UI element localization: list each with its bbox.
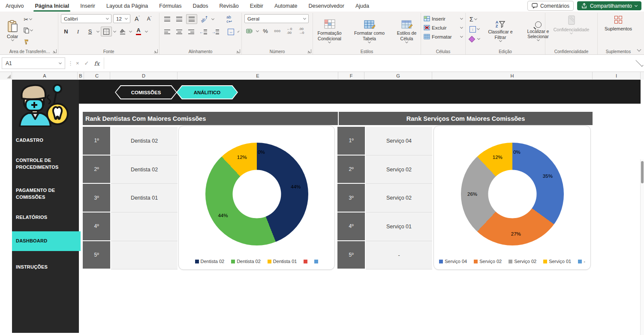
- menu-tab-ajuda[interactable]: Ajuda: [350, 0, 375, 12]
- column-header-e[interactable]: E: [178, 72, 338, 79]
- orientation-button[interactable]: ab↗: [199, 15, 210, 24]
- menu-tab-arquivo[interactable]: Arquivo: [0, 0, 29, 12]
- service-name-cell-5[interactable]: -: [366, 241, 432, 270]
- service-rank-cell-2[interactable]: 2º: [337, 156, 365, 183]
- font-color-chevron-icon[interactable]: [145, 29, 148, 32]
- increase-indent-button[interactable]: →: [210, 27, 220, 36]
- service-name-cell-1[interactable]: Serviço 04: [366, 127, 432, 156]
- dentist-name-cell-2[interactable]: Dentista 02: [111, 156, 178, 184]
- service-rank-cell-5[interactable]: 5º: [337, 241, 365, 269]
- menu-tab-layout-da-pagina[interactable]: Layout da Página: [101, 0, 153, 12]
- font-size-select[interactable]: 12: [113, 14, 130, 23]
- align-right-button[interactable]: [186, 27, 196, 36]
- dentist-rank-cell-3[interactable]: 3º: [83, 184, 110, 212]
- dentist-name-cell-4[interactable]: [111, 212, 178, 241]
- cancel-entry-icon[interactable]: ×: [76, 60, 79, 66]
- vertical-scrollbar-thumb[interactable]: [641, 161, 644, 183]
- menu-tab-desenvolvedor[interactable]: Desenvolvedor: [303, 0, 350, 12]
- decrease-indent-button[interactable]: ←: [198, 27, 208, 36]
- service-chart-card[interactable]: 35%27%26%12%0%Serviço 04Serviço 02Serviç…: [433, 126, 591, 270]
- nav-tab-analitico[interactable]: ANÁLITICO: [176, 85, 238, 99]
- dentist-rank-cell-5[interactable]: 5º: [83, 241, 110, 269]
- service-name-cell-2[interactable]: Serviço 02: [366, 156, 432, 184]
- column-header-c[interactable]: C: [84, 72, 110, 79]
- share-button[interactable]: Compartilhamento: [577, 1, 641, 10]
- insert-cells-button[interactable]: Inserir: [424, 14, 463, 23]
- merge-center-button[interactable]: ⇔: [226, 27, 236, 36]
- copy-button[interactable]: [22, 26, 34, 35]
- formula-input[interactable]: [104, 57, 635, 69]
- dentist-name-cell-5[interactable]: [111, 241, 178, 270]
- addins-button[interactable]: Suplementos: [600, 15, 636, 32]
- dentist-name-cell-1[interactable]: Dentista 02: [111, 127, 178, 156]
- align-center-button[interactable]: [174, 27, 184, 36]
- menu-tab-automate[interactable]: Automate: [269, 0, 303, 12]
- service-rank-cell-4[interactable]: 4º: [337, 212, 365, 240]
- italic-button[interactable]: I: [73, 27, 83, 36]
- sidebar-item-instrucoes[interactable]: INSTRUÇÕES: [12, 263, 79, 272]
- align-bottom-button[interactable]: [186, 14, 197, 24]
- comments-button[interactable]: Comentários: [527, 1, 574, 11]
- fill-color-chevron-icon[interactable]: [129, 29, 132, 32]
- sidebar-item-pagamento-de-comissoes[interactable]: PAGAMENTO DE COMISSÕES: [12, 187, 79, 201]
- underline-chevron-icon[interactable]: [96, 29, 99, 32]
- service-rank-cell-3[interactable]: 3º: [337, 184, 365, 212]
- borders-chevron-icon[interactable]: [113, 29, 116, 32]
- menu-tab-inserir[interactable]: Inserir: [75, 0, 101, 12]
- currency-button[interactable]: [244, 27, 255, 36]
- align-middle-button[interactable]: [174, 15, 184, 24]
- dentist-name-cell-3[interactable]: Dentista 01: [111, 184, 178, 212]
- merge-chevron-icon[interactable]: [237, 30, 239, 32]
- insert-function-button[interactable]: fx: [94, 60, 100, 67]
- menu-tab-dados[interactable]: Dados: [187, 0, 214, 12]
- sidebar-item-controle-de-procedimentos[interactable]: CONTROLE DE PROCEDIMENTOS: [12, 157, 79, 171]
- borders-button[interactable]: [101, 27, 112, 36]
- align-top-button[interactable]: [162, 15, 172, 24]
- number-dialog-launcher[interactable]: [307, 49, 311, 53]
- wrap-text-button[interactable]: abc↩: [224, 15, 235, 24]
- select-all-corner[interactable]: [0, 72, 12, 79]
- underline-button[interactable]: S: [85, 27, 95, 36]
- decrease-decimal-button[interactable]: .00→0: [296, 27, 307, 36]
- fill-button[interactable]: ↓: [468, 25, 481, 33]
- confirm-entry-icon[interactable]: ✓: [84, 60, 89, 66]
- percent-button[interactable]: %: [260, 27, 271, 36]
- format-as-table-button[interactable]: Formatar como Tabela: [350, 14, 389, 48]
- paste-button[interactable]: Colar: [4, 19, 21, 42]
- orientation-chevron-icon[interactable]: [211, 17, 214, 20]
- sidebar-item-dashboard[interactable]: DASHBOARD: [12, 231, 81, 251]
- autosum-button[interactable]: Σ: [468, 15, 481, 24]
- align-left-button[interactable]: [162, 27, 172, 36]
- menu-tab-formulas[interactable]: Fórmulas: [153, 0, 187, 12]
- clear-button[interactable]: [468, 35, 481, 43]
- dentist-rank-cell-2[interactable]: 2º: [83, 156, 110, 183]
- sidebar-item-cadastro[interactable]: CADASTRO: [12, 136, 79, 145]
- dentist-rank-cell-4[interactable]: 4º: [83, 212, 110, 240]
- cell-styles-button[interactable]: Estilos de Célula: [391, 14, 422, 48]
- format-painter-button[interactable]: [22, 37, 34, 46]
- dentist-rank-cell-1[interactable]: 1º: [83, 127, 110, 155]
- menu-tab-exibir[interactable]: Exibir: [244, 0, 269, 12]
- increase-decimal-button[interactable]: ←0.00: [284, 27, 295, 36]
- service-rank-cell-1[interactable]: 1º: [337, 127, 365, 155]
- column-header-a[interactable]: A: [12, 72, 78, 79]
- service-name-cell-3[interactable]: Serviço 02: [366, 184, 432, 212]
- currency-chevron-icon[interactable]: [256, 29, 259, 32]
- column-header-d[interactable]: D: [110, 72, 178, 79]
- service-name-cell-4[interactable]: Serviço 01: [366, 212, 432, 241]
- number-format-select[interactable]: Geral: [244, 14, 309, 23]
- expand-formula-bar-chevron[interactable]: [635, 59, 643, 66]
- alignment-dialog-launcher[interactable]: [236, 49, 240, 53]
- clipboard-dialog-launcher[interactable]: [53, 49, 57, 53]
- fill-color-button[interactable]: [117, 27, 128, 36]
- sort-filter-button[interactable]: AZ Classificar e Filtrar: [483, 14, 518, 48]
- format-cells-button[interactable]: Formatar: [424, 32, 463, 41]
- dentist-chart-card[interactable]: 44%44%12%0%Dentista 02Dentista 02Dentist…: [178, 126, 335, 270]
- delete-cells-button[interactable]: Excluir: [424, 23, 463, 32]
- vertical-scrollbar[interactable]: [640, 159, 644, 335]
- column-header-b[interactable]: B: [78, 72, 84, 79]
- decrease-font-button[interactable]: Aˇ: [144, 14, 154, 23]
- font-color-button[interactable]: A: [133, 27, 144, 36]
- sidebar-item-relatorios[interactable]: RELATÓRIOS: [12, 213, 79, 222]
- font-dialog-launcher[interactable]: [154, 49, 158, 53]
